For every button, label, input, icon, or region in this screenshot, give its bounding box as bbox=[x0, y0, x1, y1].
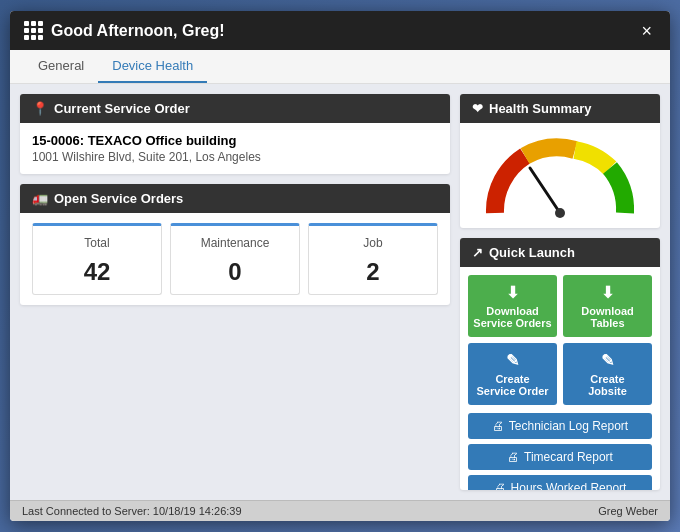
order-label-total: Total bbox=[84, 236, 109, 250]
health-summary-section: ❤ Health Summary bbox=[460, 94, 660, 228]
print-icon-3: 🖨 bbox=[494, 481, 506, 490]
quick-launch-header: ↗ Quick Launch bbox=[460, 238, 660, 267]
status-bar: Last Connected to Server: 10/18/19 14:26… bbox=[10, 500, 670, 521]
order-card-maintenance: Maintenance 0 bbox=[170, 223, 300, 295]
health-summary-header: ❤ Health Summary bbox=[460, 94, 660, 123]
print-icon-1: 🖨 bbox=[492, 419, 504, 433]
download-tables-icon: ⬇ bbox=[601, 283, 614, 302]
open-service-orders-header: 🚛 Open Service Orders bbox=[20, 184, 450, 213]
modal-header: Good Afternoon, Greg! × bbox=[10, 11, 670, 50]
create-so-label: CreateService Order bbox=[476, 373, 548, 397]
print-icon-2: 🖨 bbox=[507, 450, 519, 464]
service-order-address: 1001 Wilshire Blvd, Suite 201, Los Angel… bbox=[32, 150, 438, 164]
pin-icon: 📍 bbox=[32, 101, 48, 116]
hours-worked-report-button[interactable]: 🖨 Hours Worked Report bbox=[468, 475, 652, 490]
tab-general[interactable]: General bbox=[24, 50, 98, 83]
orders-grid: Total 42 Maintenance 0 Job 2 bbox=[20, 213, 450, 305]
order-label-maintenance: Maintenance bbox=[201, 236, 270, 250]
order-value-maintenance: 0 bbox=[228, 258, 241, 286]
health-summary-title: Health Summary bbox=[489, 101, 592, 116]
status-left: Last Connected to Server: 10/18/19 14:26… bbox=[22, 505, 242, 517]
header-left: Good Afternoon, Greg! bbox=[24, 21, 225, 40]
truck-icon: 🚛 bbox=[32, 191, 48, 206]
order-card-job: Job 2 bbox=[308, 223, 438, 295]
timecard-label: Timecard Report bbox=[524, 450, 613, 464]
order-value-job: 2 bbox=[366, 258, 379, 286]
open-service-orders-title: Open Service Orders bbox=[54, 191, 183, 206]
left-panel: 📍 Current Service Order 15-0006: TEXACO … bbox=[20, 94, 450, 490]
hours-worked-label: Hours Worked Report bbox=[511, 481, 627, 490]
order-label-job: Job bbox=[363, 236, 382, 250]
create-jobsite-label: CreateJobsite bbox=[588, 373, 627, 397]
grid-icon bbox=[24, 21, 43, 40]
modal-body: 📍 Current Service Order 15-0006: TEXACO … bbox=[10, 84, 670, 500]
close-button[interactable]: × bbox=[637, 22, 656, 40]
report-buttons: 🖨 Technician Log Report 🖨 Timecard Repor… bbox=[460, 413, 660, 490]
download-service-orders-button[interactable]: ⬇ DownloadService Orders bbox=[468, 275, 557, 337]
create-jobsite-icon: ✎ bbox=[601, 351, 614, 370]
download-tables-label: DownloadTables bbox=[581, 305, 634, 329]
create-so-icon: ✎ bbox=[506, 351, 519, 370]
right-panel: ❤ Health Summary bbox=[460, 94, 660, 490]
quick-launch-grid: ⬇ DownloadService Orders ⬇ DownloadTable… bbox=[460, 267, 660, 413]
download-tables-button[interactable]: ⬇ DownloadTables bbox=[563, 275, 652, 337]
order-card-total: Total 42 bbox=[32, 223, 162, 295]
tab-device-health[interactable]: Device Health bbox=[98, 50, 207, 83]
technician-log-report-button[interactable]: 🖨 Technician Log Report bbox=[468, 413, 652, 439]
create-service-order-button[interactable]: ✎ CreateService Order bbox=[468, 343, 557, 405]
download-so-icon: ⬇ bbox=[506, 283, 519, 302]
launch-icon: ↗ bbox=[472, 245, 483, 260]
health-gauge bbox=[480, 133, 640, 223]
technician-log-label: Technician Log Report bbox=[509, 419, 628, 433]
create-jobsite-button[interactable]: ✎ CreateJobsite bbox=[563, 343, 652, 405]
download-so-label: DownloadService Orders bbox=[473, 305, 551, 329]
status-right: Greg Weber bbox=[598, 505, 658, 517]
quick-launch-title: Quick Launch bbox=[489, 245, 575, 260]
quick-launch-section: ↗ Quick Launch ⬇ DownloadService Orders … bbox=[460, 238, 660, 490]
open-service-orders-section: 🚛 Open Service Orders Total 42 Maintenan… bbox=[20, 184, 450, 305]
service-order-number: 15-0006: TEXACO Office building bbox=[32, 133, 438, 148]
current-service-order-header: 📍 Current Service Order bbox=[20, 94, 450, 123]
svg-line-0 bbox=[530, 168, 560, 213]
svg-point-1 bbox=[555, 208, 565, 218]
current-service-order-section: 📍 Current Service Order 15-0006: TEXACO … bbox=[20, 94, 450, 174]
order-value-total: 42 bbox=[84, 258, 111, 286]
health-gauge-container bbox=[460, 123, 660, 228]
current-service-order-title: Current Service Order bbox=[54, 101, 190, 116]
timecard-report-button[interactable]: 🖨 Timecard Report bbox=[468, 444, 652, 470]
health-icon: ❤ bbox=[472, 101, 483, 116]
modal-title: Good Afternoon, Greg! bbox=[51, 22, 225, 40]
current-service-order-body: 15-0006: TEXACO Office building 1001 Wil… bbox=[20, 123, 450, 174]
tab-bar: General Device Health bbox=[10, 50, 670, 84]
main-modal: Good Afternoon, Greg! × General Device H… bbox=[10, 11, 670, 521]
